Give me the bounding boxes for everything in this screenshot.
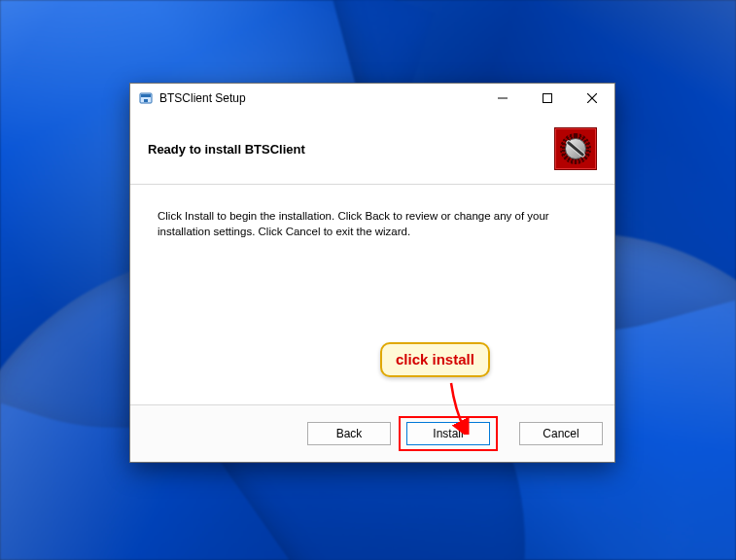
svg-rect-1: [141, 94, 151, 97]
cancel-button[interactable]: Cancel: [519, 422, 603, 445]
installer-icon: [138, 90, 154, 106]
window-title: BTSClient Setup: [159, 91, 480, 105]
install-highlight-box: Install: [399, 416, 498, 451]
svg-rect-2: [144, 99, 148, 102]
svg-rect-4: [543, 93, 552, 102]
page-title: Ready to install BTSClient: [148, 142, 305, 157]
install-button[interactable]: Install: [406, 422, 490, 445]
installer-window: BTSClient Setup Ready to install BTSClie…: [129, 83, 615, 463]
close-button[interactable]: [570, 84, 614, 112]
wizard-body: Click Install to begin the installation.…: [130, 185, 614, 404]
back-button[interactable]: Back: [307, 422, 391, 445]
wizard-header: Ready to install BTSClient: [130, 113, 614, 185]
maximize-button[interactable]: [525, 84, 570, 112]
instruction-text: Click Install to begin the installation.…: [158, 208, 566, 239]
product-logo: [554, 127, 597, 170]
wizard-footer: Back Install Cancel: [130, 404, 614, 462]
annotation-callout: click install: [380, 342, 490, 377]
disc-icon: [560, 133, 591, 164]
titlebar[interactable]: BTSClient Setup: [130, 84, 614, 113]
window-controls: [480, 84, 614, 112]
minimize-button[interactable]: [480, 84, 525, 112]
